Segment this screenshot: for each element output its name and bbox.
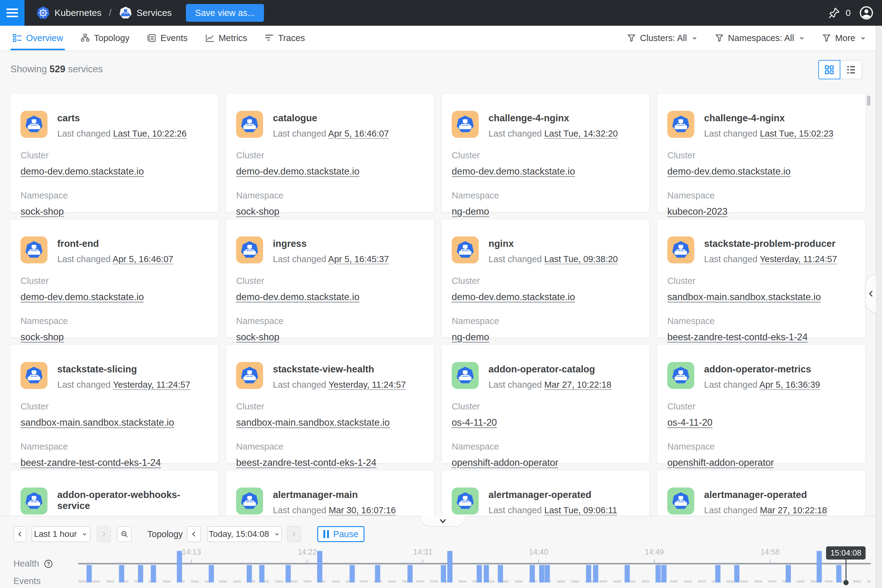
- tab-metrics[interactable]: Metrics: [205, 26, 247, 50]
- event-bar[interactable]: [586, 565, 591, 582]
- namespace-link[interactable]: ng-demo: [452, 332, 489, 342]
- service-card[interactable]: nginx Last changed Last Tue, 09:38:20 Cl…: [441, 219, 650, 338]
- event-bar[interactable]: [545, 565, 550, 582]
- event-bar[interactable]: [208, 565, 214, 582]
- cluster-link[interactable]: demo-dev.demo.stackstate.io: [21, 291, 144, 302]
- time-forward-button[interactable]: [287, 526, 301, 542]
- range-back-button[interactable]: [14, 526, 26, 542]
- tab-topology[interactable]: Topology: [80, 26, 129, 50]
- filter-namespaces[interactable]: Namespaces: All: [715, 33, 806, 43]
- event-bar[interactable]: [661, 565, 666, 582]
- last-changed-link[interactable]: Apr 5, 16:46:07: [113, 254, 173, 264]
- cluster-link[interactable]: sandbox-main.sandbox.stackstate.io: [668, 291, 821, 302]
- service-card[interactable]: stackstate-problem-producer Last changed…: [657, 219, 866, 338]
- filter-more[interactable]: More: [822, 33, 867, 43]
- service-card[interactable]: front-end Last changed Apr 5, 16:46:07 C…: [10, 219, 219, 338]
- namespace-link[interactable]: sock-shop: [21, 332, 64, 342]
- event-bar[interactable]: [447, 551, 452, 582]
- event-bar[interactable]: [656, 565, 661, 582]
- last-changed-link[interactable]: Yesterday, 11:24:57: [113, 380, 190, 390]
- zoom-out-button[interactable]: [117, 526, 132, 542]
- event-bar[interactable]: [441, 565, 446, 582]
- event-bar[interactable]: [285, 565, 291, 582]
- namespace-link[interactable]: kubecon-2023: [668, 206, 728, 217]
- event-bar[interactable]: [786, 565, 791, 582]
- filter-clusters[interactable]: Clusters: All: [627, 33, 698, 43]
- event-bar[interactable]: [375, 565, 380, 582]
- service-card[interactable]: alertmanager-main Last changed Mar 30, 1…: [226, 470, 434, 516]
- time-range-dropdown[interactable]: Last 1 hour: [32, 526, 90, 542]
- service-card[interactable]: alertmanager-operated Last changed Mar 2…: [657, 470, 866, 516]
- cluster-link[interactable]: sandbox-main.sandbox.stackstate.io: [21, 417, 174, 428]
- namespace-link[interactable]: sock-shop: [21, 206, 64, 217]
- event-bar[interactable]: [715, 565, 720, 582]
- event-bar[interactable]: [138, 565, 143, 582]
- tab-events[interactable]: Events: [147, 26, 188, 50]
- namespace-link[interactable]: sock-shop: [236, 332, 279, 342]
- event-bar[interactable]: [119, 565, 124, 582]
- service-card[interactable]: stackstate-view-health Last changed Yest…: [226, 345, 434, 464]
- help-icon[interactable]: ?: [44, 559, 53, 569]
- service-card[interactable]: challenge-4-nginx Last changed Last Tue,…: [441, 93, 650, 212]
- last-changed-link[interactable]: Apr 5, 16:45:37: [328, 254, 389, 264]
- namespace-link[interactable]: beest-zandre-test-contd-eks-1-24: [21, 457, 161, 468]
- event-bar[interactable]: [539, 565, 544, 582]
- tab-overview[interactable]: Overview: [12, 26, 63, 50]
- cluster-link[interactable]: demo-dev.demo.stackstate.io: [452, 166, 575, 177]
- service-card[interactable]: stackstate-slicing Last changed Yesterda…: [10, 345, 219, 464]
- current-time-dropdown[interactable]: Today, 15:04:08: [207, 526, 282, 542]
- event-bar[interactable]: [816, 551, 822, 582]
- event-bar[interactable]: [317, 551, 322, 582]
- event-bar[interactable]: [151, 565, 156, 582]
- service-card[interactable]: alertmanager-operated Last changed Last …: [441, 470, 650, 516]
- event-bar[interactable]: [836, 565, 842, 582]
- service-card[interactable]: addon-operator-webhooks-service Last cha…: [10, 470, 219, 516]
- service-card[interactable]: addon-operator-metrics Last changed Apr …: [657, 345, 866, 464]
- event-bar[interactable]: [408, 565, 413, 582]
- cluster-link[interactable]: demo-dev.demo.stackstate.io: [236, 291, 360, 302]
- service-card[interactable]: carts Last changed Last Tue, 10:22:26 Cl…: [10, 93, 219, 212]
- last-changed-link[interactable]: Last Tue, 09:38:20: [544, 254, 618, 264]
- cluster-link[interactable]: os-4-11-20: [452, 417, 497, 428]
- cluster-link[interactable]: demo-dev.demo.stackstate.io: [236, 166, 360, 177]
- service-card[interactable]: catalogue Last changed Apr 5, 16:46:07 C…: [226, 93, 434, 212]
- cluster-link[interactable]: demo-dev.demo.stackstate.io: [452, 291, 575, 302]
- namespace-link[interactable]: beest-zandre-test-contd-eks-1-24: [668, 332, 808, 342]
- namespace-link[interactable]: openshift-addon-operator: [668, 457, 774, 468]
- cluster-link[interactable]: os-4-11-20: [668, 417, 712, 428]
- menu-button[interactable]: [0, 0, 24, 26]
- last-changed-link[interactable]: Last Tue, 15:02:23: [760, 129, 833, 138]
- event-bar[interactable]: [530, 565, 535, 582]
- timeline-collapse-toggle[interactable]: [420, 516, 466, 527]
- time-back-button[interactable]: [187, 526, 201, 542]
- list-view-button[interactable]: [840, 60, 862, 80]
- event-bar[interactable]: [247, 565, 252, 582]
- service-card[interactable]: challenge-4-nginx Last changed Last Tue,…: [657, 93, 866, 212]
- user-avatar[interactable]: [859, 5, 874, 21]
- event-bar[interactable]: [87, 565, 92, 582]
- right-panel-expand-toggle[interactable]: [865, 274, 876, 313]
- namespace-link[interactable]: openshift-addon-operator: [452, 457, 558, 468]
- pinned-views[interactable]: 0: [828, 6, 851, 19]
- vertical-scrollbar[interactable]: [867, 96, 870, 106]
- event-bar[interactable]: [734, 565, 739, 582]
- save-view-button[interactable]: Save view as...: [186, 4, 264, 22]
- cluster-link[interactable]: demo-dev.demo.stackstate.io: [21, 166, 144, 177]
- event-bar[interactable]: [260, 565, 265, 582]
- last-changed-link[interactable]: Apr 5, 16:46:07: [328, 129, 389, 138]
- event-bar[interactable]: [625, 565, 630, 582]
- cluster-link[interactable]: demo-dev.demo.stackstate.io: [668, 166, 791, 177]
- event-bar[interactable]: [593, 565, 598, 582]
- last-changed-link[interactable]: Last Tue, 09:06:11: [544, 506, 617, 515]
- event-bar[interactable]: [498, 565, 503, 582]
- breadcrumb-services[interactable]: Services: [119, 6, 172, 20]
- last-changed-link[interactable]: Last Tue, 14:32:20: [544, 129, 618, 138]
- last-changed-link[interactable]: Mar 27, 10:22:18: [760, 506, 827, 515]
- namespace-link[interactable]: beest-zandre-test-contd-eks-1-24: [236, 457, 376, 468]
- tab-traces[interactable]: Traces: [264, 26, 305, 50]
- event-bar[interactable]: [177, 551, 182, 582]
- grid-view-button[interactable]: [818, 60, 840, 80]
- last-changed-link[interactable]: Yesterday, 11:24:57: [760, 254, 837, 264]
- event-bar[interactable]: [477, 565, 482, 582]
- last-changed-link[interactable]: Mar 30, 16:07:16: [328, 506, 396, 515]
